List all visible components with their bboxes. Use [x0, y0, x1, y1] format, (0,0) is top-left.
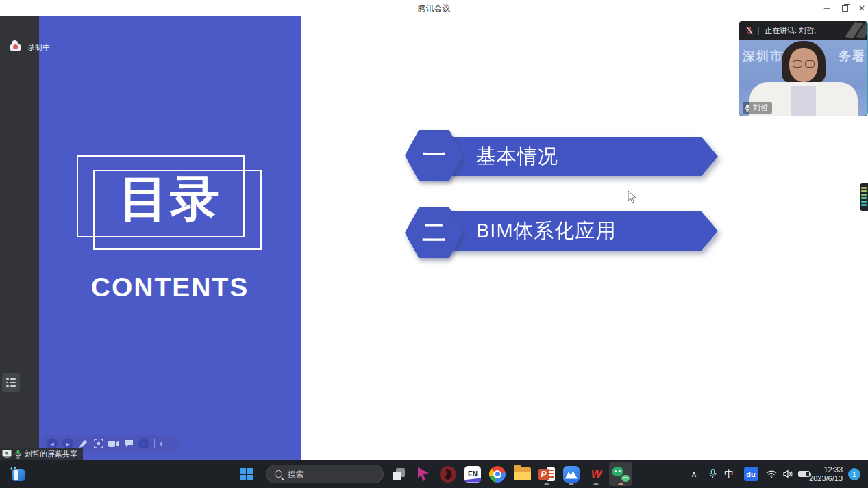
wifi-button[interactable]: [763, 460, 780, 488]
ime-badge-button[interactable]: du: [741, 460, 760, 488]
more-icon: ⋯: [141, 440, 147, 447]
taskbar-app-presenter[interactable]: [412, 462, 435, 486]
minimize-icon: ─: [824, 3, 830, 13]
notification-button[interactable]: 1: [845, 460, 863, 488]
next-icon: ▶: [66, 441, 69, 446]
task-view-button[interactable]: [388, 460, 410, 488]
taskbar-app-wps[interactable]: W: [584, 462, 608, 486]
recording-label: 录制中: [27, 42, 50, 53]
camera-button[interactable]: [108, 439, 119, 449]
screen-share-text: 刘哲的屏幕共享: [25, 449, 77, 459]
agenda-item-2-number: 二: [423, 217, 446, 248]
running-indicator: [545, 483, 549, 485]
laser-pointer-button[interactable]: [93, 439, 103, 449]
taskbar-app-red-circle[interactable]: [436, 462, 460, 486]
speaker-video-panel[interactable]: 正在讲话: 刘哲; 深圳市 务署 刘哲: [739, 21, 868, 116]
status-divider: [758, 27, 759, 35]
toc-title: 目录: [77, 174, 262, 223]
close-icon: ✕: [858, 3, 865, 13]
more-tools-button[interactable]: ⋯: [138, 438, 149, 449]
speaker-status-text: 正在讲话: 刘哲;: [765, 25, 816, 36]
windows-logo-icon: [240, 468, 253, 480]
backdrop-text-left: 深圳市: [743, 48, 784, 64]
desktop-widget-button[interactable]: [5, 460, 29, 488]
ime-mode-button[interactable]: 中: [721, 460, 737, 488]
mouse-cursor: [628, 190, 637, 204]
restore-icon: [842, 5, 848, 12]
chevron-up-icon: ∧: [691, 469, 697, 479]
list-icon: [6, 378, 16, 387]
windows-taskbar: EN P W ∧ 中 du: [0, 460, 868, 488]
file-explorer-icon: [514, 467, 531, 480]
ime-mode-label: 中: [724, 468, 734, 480]
running-indicator: [594, 483, 599, 485]
wps-icon: W: [591, 467, 601, 481]
tray-mic-button[interactable]: [704, 460, 721, 488]
agenda-item-1: 基本情况: [434, 137, 718, 176]
tray-overflow-button[interactable]: ∧: [685, 460, 703, 488]
chat-icon: [124, 439, 134, 448]
speaker-status-bar: 正在讲话: 刘哲;: [739, 21, 867, 40]
speaker-video-feed: 深圳市 务署 刘哲: [739, 40, 867, 116]
meeting-content-area: 录制中 目录 CONTENTS 基本情况 一 BIM体系化应用 二: [0, 16, 868, 460]
volume-button[interactable]: [780, 460, 796, 488]
search-icon: [275, 470, 282, 478]
agenda-badge-1: 一: [405, 130, 463, 181]
taskbar-app-wechat[interactable]: [609, 462, 632, 486]
taskbar-app-endnote[interactable]: EN: [461, 462, 484, 486]
focus-icon: [94, 439, 103, 448]
previous-icon: ◀: [50, 441, 53, 446]
backdrop-text-right: 务署: [839, 48, 866, 64]
chrome-icon: [489, 466, 506, 483]
start-button[interactable]: [236, 460, 258, 488]
search-input[interactable]: [288, 470, 363, 479]
desktop-widget-icon: [10, 467, 25, 481]
muted-mic-icon: [746, 26, 753, 36]
red-circle-app-icon: [440, 466, 456, 483]
slide-toc-panel: [39, 16, 301, 460]
powerpoint-icon: P: [538, 466, 556, 483]
pencil-icon: [79, 439, 88, 448]
agenda-item-2-label: BIM体系化应用: [476, 218, 617, 245]
tray-mic-icon: [709, 469, 717, 479]
close-button[interactable]: ✕: [852, 0, 868, 16]
toolbar-divider: [154, 439, 155, 448]
notification-badge: 1: [848, 468, 860, 480]
screen-share-icon: [2, 450, 12, 458]
audio-level-meter: [860, 183, 868, 211]
taskbar-app-file-explorer[interactable]: [510, 462, 534, 486]
window-title: 腾讯会议: [0, 0, 868, 16]
comment-button[interactable]: [123, 439, 134, 449]
presenter-pointer-icon: [416, 466, 431, 483]
agenda-item-1-label: 基本情况: [476, 143, 558, 170]
taskbar-app-powerpoint[interactable]: P: [535, 462, 558, 486]
tray-date: 2023/6/13: [809, 474, 843, 483]
screen-share-label: 刘哲的屏幕共享: [0, 448, 83, 460]
wechat-icon: [612, 467, 630, 482]
taskbar-search[interactable]: [266, 465, 384, 483]
active-mic-icon: [15, 450, 21, 459]
toc-subtitle: CONTENTS: [73, 272, 266, 303]
left-panel-strip: [0, 16, 39, 460]
running-indicator: [619, 483, 623, 485]
wifi-icon: [766, 470, 777, 478]
tray-time: 12:33: [823, 465, 843, 474]
agenda-item-1-number: 一: [423, 140, 446, 171]
outline-toggle-button[interactable]: [2, 373, 20, 392]
collapse-toolbar-button[interactable]: ‹: [160, 439, 162, 448]
running-indicator: [569, 483, 574, 485]
watermark-icon: [850, 23, 867, 40]
tencent-meeting-icon: [563, 466, 580, 483]
speaker-icon: [783, 470, 793, 478]
window-titlebar: 腾讯会议 ─ ✕: [0, 0, 868, 16]
agenda-item-2: BIM体系化应用: [434, 211, 718, 251]
recording-indicator: 录制中: [10, 42, 50, 53]
speaker-mic-icon: [745, 104, 750, 112]
endnote-icon: EN: [464, 466, 481, 483]
taskbar-clock[interactable]: 12:33 2023/6/13: [806, 460, 843, 488]
camera-icon: [108, 440, 119, 448]
baidu-ime-icon: du: [744, 467, 758, 481]
taskbar-app-chrome[interactable]: [486, 462, 509, 486]
taskbar-app-tencent-meeting[interactable]: [560, 462, 583, 486]
agenda-badge-2: 二: [405, 207, 463, 258]
